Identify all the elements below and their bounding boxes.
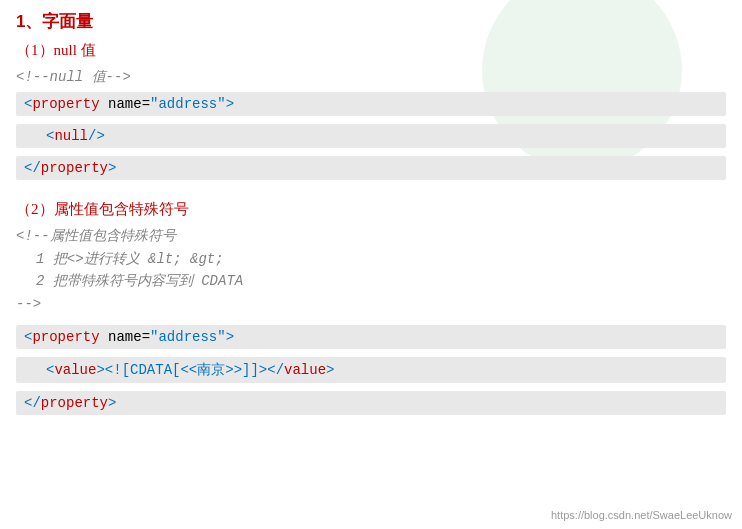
- sub2-header: （2）属性值包含特殊符号: [16, 200, 726, 219]
- sub2-code-line2: <value><![CDATA[<<南京>>]]></value>: [16, 357, 726, 383]
- tag-property1: property: [32, 96, 99, 112]
- tag-property-close2: property: [41, 395, 108, 411]
- sub1-comment: <!--null 值-->: [16, 66, 726, 88]
- tag-value: value: [54, 362, 96, 378]
- page-container: 1、字面量 （1）null 值 <!--null 值--> <property …: [0, 0, 742, 529]
- sub1-header: （1）null 值: [16, 41, 726, 60]
- sub2-code-line3: </property>: [16, 391, 726, 415]
- null-tag: null: [54, 128, 88, 144]
- sub1-code-line2: <null/>: [16, 124, 726, 148]
- tag-property-close1: property: [41, 160, 108, 176]
- attr-value1: "address": [150, 96, 226, 112]
- attr-name1: name=: [108, 96, 150, 112]
- sub2-comment-line3: 2 把带特殊符号内容写到 CDATA: [16, 270, 726, 292]
- sub2-comment-line1: <!--属性值包含特殊符号: [16, 225, 726, 247]
- section1-header: 1、字面量: [16, 10, 726, 33]
- sub2-comment-line4: -->: [16, 293, 726, 315]
- sub1-code-line1: <property name="address">: [16, 92, 726, 116]
- content: 1、字面量 （1）null 值 <!--null 值--> <property …: [16, 10, 726, 419]
- sub2-code-line1: <property name="address">: [16, 325, 726, 349]
- sub2-comment-line2: 1 把<>进行转义 &lt; &gt;: [16, 248, 726, 270]
- attr-name2: name=: [108, 329, 150, 345]
- tag-property2: property: [32, 329, 99, 345]
- sub1-code-line3: </property>: [16, 156, 726, 180]
- gap2: [16, 315, 726, 321]
- tag-value-close: value: [284, 362, 326, 378]
- watermark-url: https://blog.csdn.net/SwaeLeeUknow: [551, 509, 732, 521]
- attr-value2: "address": [150, 329, 226, 345]
- cdata-content: <![CDATA[<<南京>>]]>: [105, 362, 267, 378]
- section1-number: 1、字面量: [16, 12, 93, 31]
- gap1: [16, 184, 726, 200]
- bracket-close1: >: [226, 96, 234, 112]
